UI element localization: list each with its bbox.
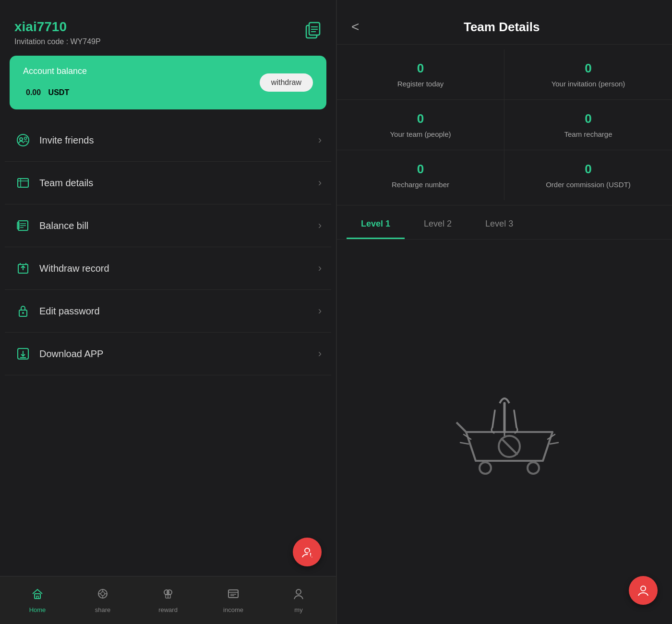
stat-team-recharge: 0 Team recharge xyxy=(504,100,672,150)
menu-item-edit-password[interactable]: Edit password › xyxy=(5,290,331,333)
right-panel: < Team Details 0 Register today 0 Your i… xyxy=(336,0,672,624)
download-app-arrow: › xyxy=(318,348,322,360)
copy-icon[interactable] xyxy=(304,22,322,43)
svg-rect-8 xyxy=(18,179,28,187)
withdraw-button[interactable]: withdraw xyxy=(260,73,313,92)
income-icon xyxy=(227,588,240,603)
edit-password-icon xyxy=(14,302,32,320)
stat-recharge-number-label: Recharge number xyxy=(392,180,449,189)
stat-your-team-value: 0 xyxy=(417,111,424,126)
stats-grid: 0 Register today 0 Your invitation (pers… xyxy=(337,45,672,205)
svg-point-33 xyxy=(101,592,105,596)
income-label: income xyxy=(223,606,243,613)
level-tab-1[interactable]: Level 1 xyxy=(347,210,405,239)
svg-point-5 xyxy=(17,134,29,146)
bottom-nav: Home share xyxy=(0,576,336,624)
invite-friends-icon xyxy=(14,132,32,149)
my-label: my xyxy=(294,606,302,613)
support-fab-right[interactable] xyxy=(629,576,658,605)
stat-order-commission: 0 Order commission (USDT) xyxy=(504,150,672,200)
nav-home[interactable]: Home xyxy=(18,588,57,613)
nav-reward[interactable]: reward xyxy=(149,588,187,613)
withdraw-record-label: Withdraw record xyxy=(39,263,109,274)
right-header: < Team Details xyxy=(337,0,672,45)
stat-recharge-number-value: 0 xyxy=(417,162,424,177)
reward-icon xyxy=(162,588,174,603)
back-button[interactable]: < xyxy=(351,19,359,35)
svg-point-47 xyxy=(296,589,301,594)
menu-item-invite-friends[interactable]: Invite friends › xyxy=(5,119,331,162)
stat-team-recharge-label: Team recharge xyxy=(564,130,612,138)
menu-list: Invite friends › Team details › xyxy=(0,119,336,576)
balance-amount: 0.00 USDT xyxy=(23,80,87,99)
balance-bill-arrow: › xyxy=(318,219,322,232)
svg-line-52 xyxy=(502,439,517,454)
nav-my[interactable]: my xyxy=(279,588,318,613)
svg-rect-43 xyxy=(228,590,238,598)
svg-point-50 xyxy=(528,462,539,474)
level-tab-2[interactable]: Level 2 xyxy=(409,210,466,239)
stat-recharge-number: 0 Recharge number xyxy=(337,150,504,200)
download-app-label: Download APP xyxy=(39,348,103,360)
my-icon xyxy=(292,588,305,603)
home-icon xyxy=(31,588,44,603)
stat-order-commission-label: Order commission (USDT) xyxy=(546,180,631,189)
svg-line-56 xyxy=(550,443,558,444)
download-app-icon xyxy=(14,345,32,362)
stat-team-recharge-value: 0 xyxy=(585,111,591,126)
stat-your-invitation-value: 0 xyxy=(585,61,591,76)
empty-state xyxy=(337,240,672,624)
share-icon xyxy=(96,588,109,603)
menu-item-withdraw-record[interactable]: Withdraw record › xyxy=(5,247,331,290)
invite-friends-arrow: › xyxy=(318,134,322,146)
home-label: Home xyxy=(29,606,46,613)
stat-your-invitation-label: Your invitation (person) xyxy=(552,80,625,88)
edit-password-label: Edit password xyxy=(39,306,100,317)
profile-header: xiai7710 Invitation code : WY749P xyxy=(0,0,336,56)
team-details-arrow: › xyxy=(318,177,322,189)
left-panel: xiai7710 Invitation code : WY749P Accoun… xyxy=(0,0,336,624)
stat-order-commission-value: 0 xyxy=(585,162,591,177)
balance-info: Account balance 0.00 USDT xyxy=(23,66,87,99)
balance-bill-label: Balance bill xyxy=(39,220,88,231)
team-details-label: Team details xyxy=(39,178,93,189)
stat-your-team-label: Your team (people) xyxy=(390,130,451,138)
withdraw-record-arrow: › xyxy=(318,262,322,275)
stat-register-today-value: 0 xyxy=(417,61,424,76)
stat-your-team: 0 Your team (people) xyxy=(337,100,504,150)
empty-cart-illustration xyxy=(437,365,572,499)
svg-rect-31 xyxy=(36,596,38,599)
stat-register-today: 0 Register today xyxy=(337,49,504,100)
level-tab-3[interactable]: Level 3 xyxy=(471,210,528,239)
share-label: share xyxy=(95,606,111,613)
username: xiai7710 xyxy=(14,19,101,35)
edit-password-arrow: › xyxy=(318,305,322,317)
menu-item-balance-bill[interactable]: Balance bill › xyxy=(5,204,331,247)
nav-share[interactable]: share xyxy=(84,588,122,613)
svg-point-57 xyxy=(641,586,646,591)
svg-line-54 xyxy=(460,443,468,444)
stat-your-invitation: 0 Your invitation (person) xyxy=(504,49,672,100)
menu-item-team-details[interactable]: Team details › xyxy=(5,162,331,204)
team-details-icon xyxy=(14,174,32,192)
page-title: Team Details xyxy=(369,20,635,35)
reward-label: reward xyxy=(158,606,178,613)
balance-label: Account balance xyxy=(23,66,87,76)
svg-point-22 xyxy=(22,312,24,314)
stat-register-today-label: Register today xyxy=(397,80,444,88)
user-info: xiai7710 Invitation code : WY749P xyxy=(14,19,101,46)
balance-bill-icon xyxy=(14,217,32,234)
support-fab[interactable] xyxy=(293,538,322,566)
svg-point-29 xyxy=(310,555,311,556)
nav-income[interactable]: income xyxy=(214,588,252,613)
level-tabs: Level 1 Level 2 Level 3 xyxy=(337,210,672,240)
balance-card: Account balance 0.00 USDT withdraw xyxy=(10,56,326,109)
svg-point-49 xyxy=(480,462,491,474)
withdraw-record-icon xyxy=(14,260,32,277)
svg-point-7 xyxy=(24,137,27,140)
menu-item-download-app[interactable]: Download APP › xyxy=(5,333,331,375)
invite-friends-label: Invite friends xyxy=(39,135,94,146)
invitation-code: Invitation code : WY749P xyxy=(14,37,101,46)
svg-point-6 xyxy=(20,138,23,141)
